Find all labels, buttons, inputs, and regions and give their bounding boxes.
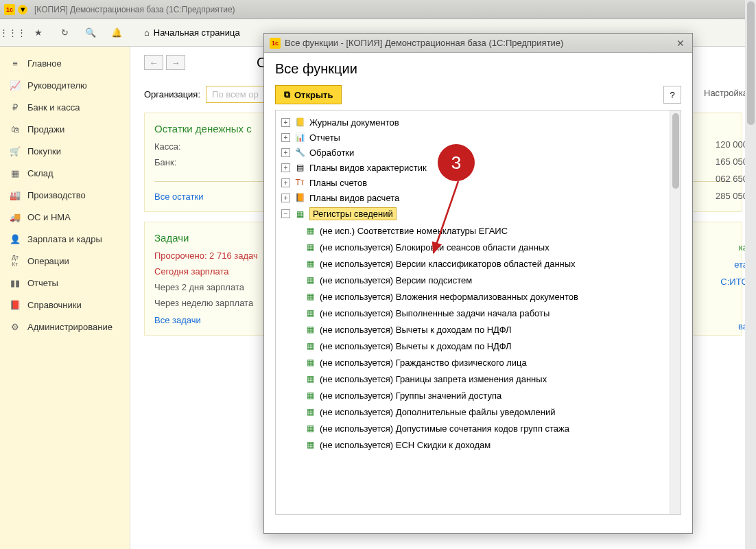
- org-label: Организация:: [144, 89, 200, 100]
- sidebar-item-admin[interactable]: ⚙Администрирование: [0, 316, 130, 338]
- tree-root-accounts[interactable]: +TтПланы счетов: [279, 175, 678, 190]
- tree-item[interactable]: ▦(не используется) Гражданство физическо…: [302, 354, 678, 371]
- annotation-arrow: [425, 177, 466, 259]
- bell-icon[interactable]: 🔔: [110, 26, 123, 40]
- window-title: [КОПИЯ] Демонстрационная база (1С:Предпр…: [34, 5, 235, 14]
- sidebar-item-reports[interactable]: ▮▮Отчеты: [0, 272, 130, 294]
- close-icon[interactable]: ✕: [674, 37, 687, 49]
- tree-item[interactable]: ▦(не используется) Допустимые сочетания …: [302, 420, 678, 436]
- open-label: Открыть: [294, 90, 333, 100]
- search-icon[interactable]: 🔍: [84, 26, 97, 40]
- window-scrollbar[interactable]: [745, 0, 756, 549]
- tree-item[interactable]: ▦(не используется) ЕСН Скидки к доходам: [302, 436, 678, 453]
- dtkt-icon: ДтКт: [10, 255, 21, 266]
- tree-root-info-registers[interactable]: −▦Регистры сведений: [279, 205, 678, 222]
- tt-icon: Tт: [294, 177, 305, 188]
- register-icon: ▦: [305, 357, 316, 368]
- sidebar-item-purchase[interactable]: 🛒Покупки: [0, 140, 130, 162]
- app-icon: 1c: [4, 4, 15, 15]
- rlink-3[interactable]: С:ИТС: [720, 277, 748, 287]
- sidebar-item-operations[interactable]: ДтКтОперации: [0, 250, 130, 272]
- annotation-badge: 3: [438, 144, 475, 181]
- dropdown-icon[interactable]: ▾: [18, 5, 27, 14]
- factory-icon: 🏭: [10, 189, 21, 200]
- bag-icon: 🛍: [10, 124, 21, 135]
- modal-scrollbar[interactable]: [670, 110, 681, 514]
- tree-item[interactable]: ▦(не используется) Выполненные задачи на…: [302, 305, 678, 321]
- expand-icon[interactable]: +: [281, 148, 290, 157]
- tree-item[interactable]: ▦(не используется) Дополнительные файлы …: [302, 404, 678, 420]
- register-icon: ▦: [305, 225, 316, 236]
- overdue-link[interactable]: Просрочено: 2 716 задач: [154, 250, 258, 261]
- register-icon: ▦: [305, 340, 316, 351]
- register-icon: ▦: [294, 209, 305, 220]
- back-button[interactable]: ←: [144, 55, 163, 70]
- expand-icon[interactable]: +: [281, 118, 290, 127]
- report-icon: 📊: [294, 132, 305, 143]
- tree-item[interactable]: ▦(не исп.) Соответствие номенклатуры ЕГА…: [302, 222, 678, 239]
- cart-icon: 🛒: [10, 145, 21, 156]
- register-icon: ▦: [305, 373, 316, 384]
- apps-icon[interactable]: ⋮⋮⋮: [5, 26, 19, 40]
- scrollbar-thumb[interactable]: [672, 113, 679, 189]
- all-functions-modal: 1c Все функции - [КОПИЯ] Демонстрационна…: [263, 33, 693, 534]
- register-icon: ▦: [305, 324, 316, 335]
- all-tasks-link[interactable]: Все задачи: [154, 315, 201, 325]
- sidebar-item-salary[interactable]: 👤Зарплата и кадры: [0, 228, 130, 250]
- sidebar-item-refs[interactable]: 📕Справочники: [0, 294, 130, 316]
- tree-root-calc-plans[interactable]: +📙Планы видов расчета: [279, 190, 678, 205]
- expand-icon[interactable]: +: [281, 133, 290, 142]
- amount-1: 120 000: [694, 139, 748, 150]
- tree-item[interactable]: ▦(не используется) Версии подсистем: [302, 272, 678, 288]
- expand-icon[interactable]: +: [281, 178, 290, 187]
- tree-item[interactable]: ▦(не используется) Вычеты к доходам по Н…: [302, 338, 678, 354]
- home-tab-label: Начальная страница: [154, 27, 240, 38]
- processing-icon: 🔧: [294, 147, 305, 158]
- tree-root-processing[interactable]: +🔧Обработки: [279, 145, 678, 160]
- register-icon: ▦: [305, 242, 316, 253]
- home-icon: ⌂: [144, 27, 150, 38]
- menu-icon: ≡: [10, 58, 21, 69]
- tree-root-journals[interactable]: +📒Журналы документов: [279, 115, 678, 130]
- collapse-icon[interactable]: −: [281, 209, 290, 218]
- open-button[interactable]: ⧉ Открыть: [275, 85, 342, 104]
- history-icon[interactable]: ↻: [58, 26, 71, 40]
- tree-root-plans-char[interactable]: +▤Планы видов характеристик: [279, 160, 678, 175]
- expand-icon[interactable]: +: [281, 163, 290, 172]
- star-icon[interactable]: ★: [32, 26, 45, 40]
- tree-item[interactable]: ▦(не используется) Вложения неформализов…: [302, 288, 678, 305]
- sidebar-item-manager[interactable]: 📈Руководителю: [0, 74, 130, 96]
- tree-item[interactable]: ▦(не используется) Вычеты к доходам по Н…: [302, 321, 678, 338]
- chart-icon: 📈: [10, 80, 21, 91]
- tree-root-reports[interactable]: +📊Отчеты: [279, 130, 678, 145]
- scrollbar-thumb[interactable]: [747, 1, 755, 125]
- modal-heading: Все функции: [275, 61, 681, 77]
- expand-icon[interactable]: +: [281, 194, 290, 202]
- all-balances-link[interactable]: Все остатки: [154, 191, 203, 202]
- home-tab[interactable]: ⌂ Начальная страница: [136, 23, 248, 42]
- folder-icon: 📒: [294, 117, 305, 128]
- tree-item[interactable]: ▦(не используется) Блокировки сеансов об…: [302, 239, 678, 255]
- svg-line-0: [434, 181, 458, 253]
- sidebar-item-sales[interactable]: 🛍Продажи: [0, 118, 130, 140]
- help-button[interactable]: ?: [663, 86, 681, 104]
- modal-titlebar: 1c Все функции - [КОПИЯ] Демонстрационна…: [264, 34, 692, 53]
- settings-link[interactable]: Настройка: [694, 88, 748, 98]
- today-pay-link[interactable]: Сегодня зарплата: [154, 266, 228, 277]
- sidebar-item-assets[interactable]: 🚚ОС и НМА: [0, 206, 130, 228]
- sidebar-item-stock[interactable]: ▦Склад: [0, 162, 130, 184]
- modal-app-icon: 1c: [270, 38, 281, 49]
- register-icon: ▦: [305, 274, 316, 285]
- sidebar: ≡Главное 📈Руководителю ₽Банк и касса 🛍Пр…: [0, 47, 130, 549]
- sidebar-item-production[interactable]: 🏭Производство: [0, 184, 130, 206]
- window-titlebar: 1c ▾ [КОПИЯ] Демонстрационная база (1С:П…: [0, 0, 756, 19]
- sidebar-item-main[interactable]: ≡Главное: [0, 52, 130, 74]
- sidebar-item-bank[interactable]: ₽Банк и касса: [0, 96, 130, 118]
- book-icon: 📕: [10, 299, 21, 310]
- forward-button[interactable]: →: [166, 55, 185, 70]
- tree-item[interactable]: ▦(не используется) Группы значений досту…: [302, 387, 678, 404]
- tree-item[interactable]: ▦(не используется) Границы запрета измен…: [302, 371, 678, 387]
- tree-item[interactable]: ▦(не используется) Версии классификаторо…: [302, 255, 678, 272]
- org-input[interactable]: По всем ор: [206, 86, 268, 103]
- calc-icon: 📙: [294, 192, 305, 203]
